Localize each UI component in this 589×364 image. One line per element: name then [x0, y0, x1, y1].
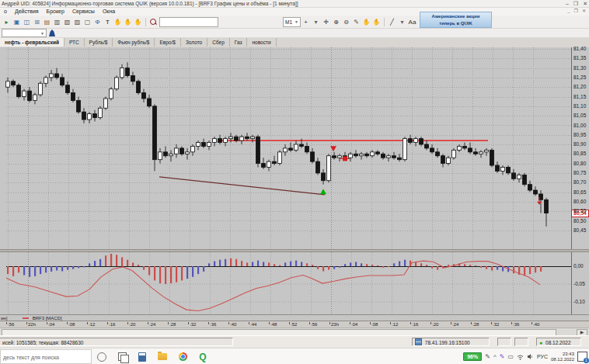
- wifi-icon[interactable]: [517, 354, 524, 360]
- battery-widget[interactable]: 96%: [463, 352, 482, 361]
- mdi-minimize-button[interactable]: _: [567, 8, 570, 15]
- task-view-button[interactable]: [112, 348, 132, 364]
- connection-date-cell: ● 08.12.2022: [536, 338, 581, 346]
- chrome-button[interactable]: [173, 348, 193, 364]
- toolbar-search-input[interactable]: [159, 17, 218, 27]
- close-button[interactable]: ✕: [583, 0, 587, 8]
- price-axis-label: 80,85: [573, 151, 586, 156]
- taskbar-clock[interactable]: 23:43 08.12.2022: [551, 352, 574, 362]
- time-axis-label: :04: [351, 322, 357, 327]
- menu-item-Брокер[interactable]: Брокер: [43, 8, 68, 16]
- menu-item-Сервисы[interactable]: Сервисы: [68, 8, 99, 16]
- price-axis-label: 81,35: [573, 55, 586, 61]
- hand-tool-icon[interactable]: ✋: [113, 18, 122, 26]
- quotes-icon[interactable]: [49, 29, 55, 36]
- tab-Евро/$[interactable]: Евро/$: [155, 38, 180, 47]
- menu-bar: оДействияБрокерСервисыОкна _❐✕: [0, 8, 589, 16]
- tab-Сбер[interactable]: Сбер: [207, 38, 230, 47]
- hand-tool-2-icon[interactable]: ✋: [124, 18, 132, 26]
- menu-item-Действия[interactable]: Действия: [11, 8, 43, 16]
- quik-application-window: { "window": { "title": "Андрей UID: 4058…: [0, 0, 589, 364]
- time-axis-label: :20: [432, 322, 438, 327]
- crosshair-icon[interactable]: +: [301, 18, 310, 26]
- hand-up-icon[interactable]: ✋: [362, 18, 371, 26]
- zoom-out-doc-icon[interactable]: ▨: [73, 18, 82, 26]
- time-axis-label: :28: [169, 322, 176, 327]
- clock-time: 23:43: [551, 352, 574, 357]
- toolbar-separator: [145, 18, 146, 26]
- calculator-icon: [138, 352, 146, 362]
- price-axis-label: 80,80: [573, 161, 586, 166]
- restore-button[interactable]: ❐: [573, 0, 578, 8]
- instrument-combo[interactable]: ▼: [2, 29, 47, 37]
- time-axis-label: :04: [48, 322, 54, 327]
- font-tool-icon[interactable]: Aa: [408, 18, 416, 26]
- interval-combo[interactable]: M1 ▼: [283, 17, 301, 27]
- macd-axis[interactable]: 0,00-0,05-0,10: [572, 252, 589, 314]
- time-axis-label: :24: [149, 322, 155, 327]
- time-axis-label: :08: [371, 322, 378, 327]
- move-chart-icon[interactable]: ✛: [322, 18, 330, 26]
- connection-status-icon: ●: [539, 340, 542, 345]
- connect-icon[interactable]: ▸: [2, 18, 11, 26]
- report-icon[interactable]: ▤: [43, 18, 51, 26]
- tile-windows-icon[interactable]: ◫: [23, 18, 31, 26]
- tab-Рубль/$[interactable]: Рубль/$: [85, 38, 113, 47]
- hand-tool-3-icon[interactable]: ✋: [134, 18, 142, 26]
- calculator-button[interactable]: [132, 348, 152, 364]
- print-icon[interactable]: ▥: [53, 18, 61, 26]
- text-tool-icon[interactable]: T: [103, 18, 112, 26]
- title-bar: Андрей UID: 405824] Информационно-торгов…: [0, 0, 589, 8]
- time-axis-label: :56: [8, 322, 14, 327]
- zoom-in-icon[interactable]: ⊕: [332, 18, 340, 26]
- time-axis-label: 22h: [28, 322, 36, 327]
- zoom-out-icon[interactable]: ⊖: [342, 18, 350, 26]
- macd-chart[interactable]: [0, 252, 573, 314]
- status-bar: исей: 1051585; текущая: 88428630 78.41.1…: [0, 335, 589, 348]
- minimize-button[interactable]: –: [566, 0, 569, 8]
- time-axis-label: :44: [250, 322, 256, 327]
- file-explorer-button[interactable]: [152, 348, 173, 364]
- copy-page-icon[interactable]: ▢: [83, 18, 92, 26]
- stylus-icon[interactable]: ✎: [500, 353, 505, 360]
- zoom-in-doc-icon[interactable]: ▧: [63, 18, 71, 26]
- search-icon[interactable]: [150, 19, 156, 25]
- cascade-windows-icon[interactable]: ⊞: [33, 18, 41, 26]
- cortana-button[interactable]: [92, 348, 112, 364]
- menu-item-Окна[interactable]: Окна: [99, 8, 119, 16]
- notification-center-button[interactable]: 1: [577, 352, 587, 362]
- volume-icon[interactable]: [527, 353, 534, 360]
- status-cell-empty: [514, 338, 528, 346]
- edit-pencil-icon[interactable]: ✎: [352, 18, 361, 26]
- dropdown-arrow-icon[interactable]: ▾: [398, 18, 406, 26]
- time-axis-label: :32: [190, 322, 196, 327]
- price-axis[interactable]: 80,54 81,4081,3581,3081,2581,2081,1581,1…: [572, 47, 589, 249]
- mdi-close-button[interactable]: ✕: [582, 8, 586, 15]
- toolbar-separator: [384, 18, 385, 26]
- menu-item-о[interactable]: о: [0, 8, 11, 16]
- tab-Золото[interactable]: Золото: [181, 38, 207, 47]
- quik-promo-banner[interactable]: Американские акции теперь в QUIK: [420, 12, 492, 28]
- price-chart[interactable]: [0, 47, 573, 249]
- chart-type-icon[interactable]: [274, 18, 281, 26]
- chart-info-icon[interactable]: Φ: [93, 18, 102, 26]
- dropdown-arrow-icon[interactable]: ▾: [312, 18, 320, 26]
- pen-icon[interactable]: ✎: [485, 353, 490, 360]
- tab-новости[interactable]: новости: [247, 38, 276, 47]
- mdi-restore-button[interactable]: ❐: [574, 8, 578, 15]
- hand-icon[interactable]: ✋: [372, 18, 381, 26]
- line-tool-icon[interactable]: ╱: [388, 18, 396, 26]
- time-axis-label: :08: [68, 322, 75, 327]
- tab-Газ[interactable]: Газ: [230, 38, 248, 47]
- tab-Фьюч рубль/$[interactable]: Фьюч рубль/$: [113, 38, 155, 47]
- new-window-icon[interactable]: ▣: [12, 18, 21, 26]
- hidden-icons-chevron[interactable]: ^: [493, 353, 497, 360]
- battery-icon[interactable]: ▭: [507, 353, 514, 360]
- quik-taskbar-button[interactable]: Q: [193, 348, 213, 364]
- language-indicator[interactable]: РУС: [537, 354, 548, 359]
- tab-нефть - февральский[interactable]: нефть - февральский: [0, 38, 64, 47]
- task-view-icon: [118, 352, 127, 361]
- time-axis-label: :16: [412, 322, 418, 327]
- tab-РТС[interactable]: РТС: [64, 38, 85, 47]
- taskbar-search-box[interactable]: десь текст для поиска: [0, 349, 92, 364]
